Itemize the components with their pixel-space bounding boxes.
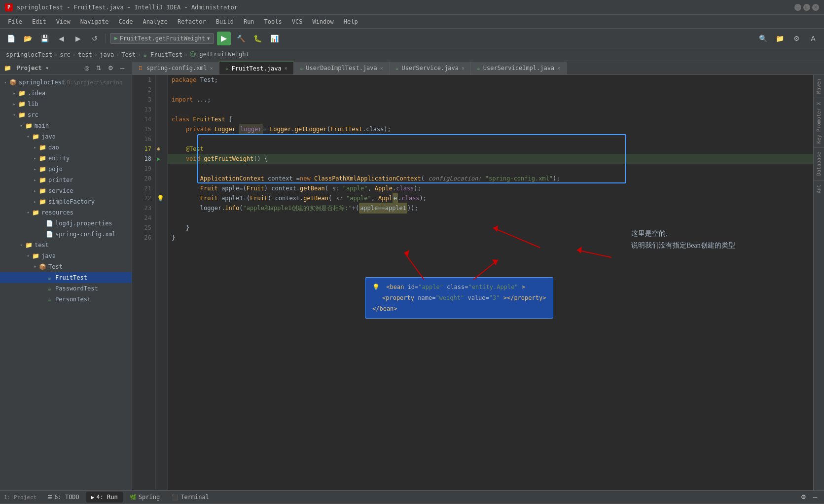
tree-item-test[interactable]: ▾ 📁 test [0, 240, 132, 251]
toolbar-open-btn[interactable]: 📂 [21, 32, 35, 45]
toolbar-refresh-btn[interactable]: ↺ [88, 32, 102, 45]
tab-spring-config[interactable]: 🗒 spring-config.xml × [132, 62, 219, 74]
tab-userdaoimpltest[interactable]: ☕ UserDaoImplTest.java × [294, 62, 390, 74]
menu-refactor[interactable]: Refactor [174, 16, 210, 27]
properties-icon: 📄 [45, 219, 53, 227]
breadcrumb-java[interactable]: java [100, 51, 114, 58]
search-everywhere-btn[interactable]: 🔍 [756, 32, 770, 45]
breadcrumb-test[interactable]: test [78, 51, 92, 58]
menu-tools[interactable]: Tools [260, 16, 286, 27]
tab-close-btn[interactable]: × [462, 66, 465, 71]
tree-item-dao[interactable]: ▸ 📁 dao [0, 142, 132, 153]
breadcrumb-testfolder[interactable]: Test [121, 51, 136, 58]
settings-btn[interactable]: ⚙ [789, 32, 803, 45]
tab-close-btn[interactable]: × [285, 66, 287, 71]
build-button[interactable]: 🔨 [234, 32, 248, 45]
menu-code[interactable]: Code [115, 16, 137, 27]
translate-btn[interactable]: A [806, 32, 820, 45]
bottom-tab-todo[interactable]: ☰ 6: TODO [42, 492, 84, 503]
tree-item-java-test[interactable]: ▾ 📁 java [0, 251, 132, 261]
tree-item-main[interactable]: ▾ 📁 main [0, 120, 132, 131]
menu-analyze[interactable]: Analyze [139, 16, 172, 27]
menu-vcs[interactable]: VCS [288, 16, 307, 27]
sidebar-locate-btn[interactable]: ◎ [81, 63, 92, 73]
maximize-button[interactable]: □ [803, 4, 810, 11]
tree-item-lib[interactable]: ▸ 📁 lib [0, 99, 132, 109]
tab-fruitest[interactable]: ☕ FruitTest.java × [219, 62, 294, 74]
editor-content: 1 2 3 13 14 15 16 17 18 19 20 21 22 23 2… [132, 75, 813, 490]
run-minimize-btn[interactable]: ─ [810, 492, 820, 502]
menu-navigate[interactable]: Navigate [76, 16, 113, 27]
database-tab[interactable]: Database [815, 148, 823, 180]
tree-item-pojo[interactable]: ▸ 📁 pojo [0, 164, 132, 175]
tree-item-log4j[interactable]: 📄 log4j.properties [0, 218, 132, 229]
project-number-tab[interactable]: 1: Project [4, 494, 36, 501]
toolbar-new-btn[interactable]: 📄 [4, 32, 18, 45]
menu-help[interactable]: Help [340, 16, 362, 27]
xml-popup-line3: </bean> [372, 303, 546, 314]
code-editor[interactable]: package Test; import ...; class FruitTes… [168, 75, 813, 490]
bottom-tab-spring[interactable]: 🌿 Spring [125, 492, 165, 503]
tree-item-persontest[interactable]: ☕ PersonTest [0, 294, 132, 305]
menu-run[interactable]: Run [240, 16, 258, 27]
tab-userservice[interactable]: ☕ UserService.java × [390, 62, 471, 74]
toolbar-save-btn[interactable]: 💾 [37, 32, 51, 45]
expand-icon: ▸ [32, 155, 38, 162]
line-num-21: 21 [134, 183, 151, 193]
tree-item-service[interactable]: ▸ 📁 service [0, 185, 132, 196]
run-config-selector[interactable]: ▶ FruitTest.getFruitWeight ▼ [110, 33, 214, 44]
breadcrumb-method[interactable]: ⓜ getFruitWeight [190, 50, 249, 59]
method-icon: ⓜ [190, 51, 196, 58]
breadcrumb-project[interactable]: springlocTest [6, 51, 52, 58]
breadcrumb-src[interactable]: src [60, 51, 71, 58]
tab-close-btn[interactable]: × [210, 66, 213, 71]
bottom-tab-run[interactable]: ▶ 4: Run [86, 492, 123, 503]
open-file-btn[interactable]: 📁 [773, 32, 787, 45]
tree-item-entity[interactable]: ▸ 📁 entity [0, 153, 132, 164]
run-gutter-icon[interactable]: ▶ [157, 155, 160, 162]
minimize-button[interactable]: ─ [794, 4, 801, 11]
debug-button[interactable]: 🐛 [251, 32, 264, 45]
close-button[interactable]: ✕ [812, 4, 819, 11]
tree-item-passwordtest[interactable]: ☕ PasswordTest [0, 283, 132, 294]
menu-edit[interactable]: Edit [28, 16, 50, 27]
menu-view[interactable]: View [52, 16, 74, 27]
tree-item-resources[interactable]: ▾ 📁 resources [0, 207, 132, 218]
tree-label: dao [48, 144, 59, 151]
toolbar: 📄 📂 💾 ◀ ▶ ↺ ▶ FruitTest.getFruitWeight ▼… [0, 29, 824, 48]
profile-button[interactable]: 📊 [267, 32, 281, 45]
ant-tab[interactable]: Ant [815, 180, 823, 197]
tree-item-simplefactory[interactable]: ▸ 📁 simpleFactory [0, 196, 132, 207]
menu-window[interactable]: Window [308, 16, 337, 27]
breadcrumb-fruitest[interactable]: ☕ FruitTest [143, 51, 182, 58]
folder-icon: 📁 [32, 252, 39, 260]
tree-item-test-pkg[interactable]: ▾ 📦 Test [0, 261, 132, 272]
menu-build[interactable]: Build [212, 16, 238, 27]
bottom-tab-terminal[interactable]: ⬛ Terminal [167, 492, 214, 503]
maven-tab[interactable]: Maven [815, 75, 823, 98]
resources-folder-icon: 📁 [32, 209, 39, 216]
tree-item-src[interactable]: ▾ 📁 src [0, 109, 132, 120]
toolbar-back-btn[interactable]: ◀ [54, 32, 68, 45]
toolbar-forward-btn[interactable]: ▶ [71, 32, 85, 45]
tree-root[interactable]: ▾ 📦 springlocTest D:\project\spring [0, 77, 132, 88]
key-promoter-tab[interactable]: Key Promoter X [815, 98, 823, 147]
run-settings-btn[interactable]: ⚙ [798, 492, 808, 502]
tab-close-btn[interactable]: × [380, 66, 383, 71]
run-button[interactable]: ▶ [217, 32, 231, 45]
tab-close-btn[interactable]: × [557, 66, 560, 71]
no-expand [38, 296, 45, 303]
spring-icon: 🌿 [130, 494, 137, 501]
sidebar-hide-btn[interactable]: ─ [117, 63, 128, 73]
terminal-label: Terminal [180, 494, 209, 501]
sidebar-expand-btn[interactable]: ⇅ [93, 63, 104, 73]
tree-item-spring-config[interactable]: 📄 spring-config.xml [0, 229, 132, 240]
tree-item-fruitest[interactable]: ☕ FruitTest [0, 272, 132, 283]
tab-userserviceimpl[interactable]: ☕ UserServiceImpl.java × [471, 62, 567, 74]
line-num-22: 22 [134, 193, 151, 203]
sidebar-settings-btn[interactable]: ⚙ [105, 63, 116, 73]
tree-item-java-main[interactable]: ▾ 📁 java [0, 131, 132, 142]
tree-item-printer[interactable]: ▸ 📁 printer [0, 175, 132, 185]
menu-file[interactable]: File [4, 16, 26, 27]
tree-item-idea[interactable]: ▸ 📁 .idea [0, 88, 132, 99]
